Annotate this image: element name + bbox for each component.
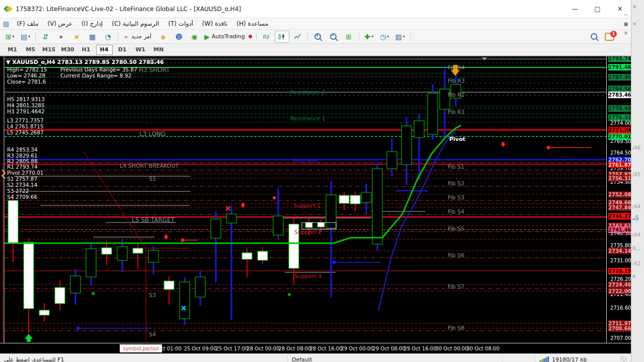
toolbar-separator xyxy=(307,32,308,41)
chart-area[interactable]: ▼ XAUUSD_o,H4 2783.13 2789.85 2780.50 27… xyxy=(0,56,631,353)
new-order-button[interactable]: ＋أمر جديد xyxy=(121,31,155,43)
toolbar-group: ⊞▾▤▾ xyxy=(2,31,33,43)
timeframe-W1[interactable]: W1 xyxy=(132,45,149,55)
menu-charts[interactable]: الرسوم البيانية (C) xyxy=(107,20,164,27)
chart-label: Fib S4 xyxy=(448,209,464,214)
candle xyxy=(86,249,96,277)
title-bar: 1758372: LiteFinanceVC-Live-02 - LiteFin… xyxy=(0,0,631,18)
child-close-button[interactable]: × xyxy=(621,28,630,37)
maximize-button[interactable]: □ xyxy=(586,1,609,18)
price-badge: 2752.08 xyxy=(608,191,631,198)
chart-header-text: XAUUSD_o,H4 2783.13 2789.85 2780.50 2783… xyxy=(12,59,164,65)
candle xyxy=(148,250,158,262)
timeframe-M15[interactable]: M15 xyxy=(40,45,57,55)
zoom-out-button[interactable]: − xyxy=(326,31,341,43)
terminal-button[interactable]: ▦ xyxy=(85,31,100,43)
status-connection[interactable]: 19180/17 kb xyxy=(535,354,631,362)
resize-grip[interactable] xyxy=(620,356,627,362)
navigator-button[interactable]: ★ xyxy=(69,31,84,43)
price-badge: 2741.46 xyxy=(608,227,631,233)
child-restore-button[interactable]: ▣ xyxy=(621,19,630,28)
symbol-dropdown-caret[interactable]: ▼ xyxy=(6,59,10,65)
chart-label: B1 xyxy=(150,59,156,64)
timeframe-M5[interactable]: M5 xyxy=(22,45,39,55)
menu-tools[interactable]: أدوات (T) xyxy=(164,20,198,27)
chart-info-line: Close= 2781.6 xyxy=(7,79,46,85)
notifications-button[interactable]: 1 xyxy=(602,31,617,43)
menu-window[interactable]: نافذة (W) xyxy=(198,20,232,27)
price-badge: 2770.01 xyxy=(608,133,631,140)
chart-label: L5 SB TARGET xyxy=(132,217,175,223)
price-badge: 2728.15 xyxy=(608,268,631,274)
background-window-text: ✕ xyxy=(632,21,636,27)
menu-file[interactable]: ملف (F) xyxy=(12,20,43,27)
timeframe-bar: M1M5M15M30H1H4D1W1MN xyxy=(0,44,631,56)
toolbar-group xyxy=(259,31,305,43)
search-icon xyxy=(591,33,597,40)
chart-info-line: H5 2817.9313 xyxy=(7,96,45,102)
menu-view[interactable]: عرض (V) xyxy=(43,20,77,27)
timeframe-H4[interactable]: H4 xyxy=(96,45,113,55)
timeframe-MN[interactable]: MN xyxy=(150,45,167,55)
timeframe-M30[interactable]: M30 xyxy=(59,45,76,55)
menu-bar: ▤ ملف (F)عرض (V)إدارج (I)الرسوم البيانية… xyxy=(0,18,631,30)
templates-button-icon: ▨ xyxy=(395,33,402,40)
menu-help[interactable]: مساعدة (H) xyxy=(232,20,273,27)
chart-label: Support 1 xyxy=(293,203,320,208)
candle xyxy=(387,152,397,169)
time-label: 29 Oct 08:00 xyxy=(372,346,405,351)
chart-label: Fib R1 xyxy=(448,109,465,115)
price-badge: 2709.66 xyxy=(608,325,631,332)
candle xyxy=(339,195,349,203)
timeframe-M1[interactable]: M1 xyxy=(4,45,21,55)
chart-label: S1 xyxy=(149,176,156,182)
zoom-in-button[interactable]: + xyxy=(310,31,325,43)
data-window-button[interactable]: ⌖ xyxy=(54,31,68,43)
market-watch-button[interactable]: ⇵ xyxy=(38,31,53,43)
expert-advisors-button[interactable]: ☻ xyxy=(172,31,186,43)
chart-canvas[interactable] xyxy=(0,56,631,343)
profiles-button[interactable]: ▤▾ xyxy=(18,31,33,43)
price-badge: 2787.95 xyxy=(608,74,631,81)
candle xyxy=(117,247,127,260)
status-help-text: للمساعدة, إضغط على F1 xyxy=(0,354,288,362)
candlestick-chart-button[interactable] xyxy=(275,31,289,43)
candle xyxy=(70,276,80,293)
time-axis[interactable]: symbol,period Oct 01:0025 Oct 09:0025 Oc… xyxy=(0,343,631,353)
bar-chart-button[interactable] xyxy=(259,31,274,43)
price-axis[interactable]: 2774.002769.502764.502759.702754.902740.… xyxy=(606,56,631,343)
tile-windows-button[interactable]: ⊞ xyxy=(342,31,356,43)
chart-label: Support 2 xyxy=(294,230,321,235)
periods-button[interactable]: ◷▾ xyxy=(377,31,392,43)
autotrading-button[interactable]: ▶AutoTrading xyxy=(203,31,254,43)
templates-button[interactable]: ▨▾ xyxy=(393,31,408,43)
chart-label: S3 xyxy=(149,293,156,298)
new-chart-button[interactable]: ⊞▾ xyxy=(3,31,17,43)
chart-label: Fib R2 xyxy=(448,92,465,98)
depth-of-market-button[interactable]: ◈ xyxy=(156,31,171,43)
candle xyxy=(372,169,382,244)
chart-info-line: H3 2791.4642 xyxy=(7,108,45,114)
time-label: Oct 01:00 xyxy=(156,346,181,351)
child-minimize-button[interactable]: − xyxy=(621,10,630,19)
line-chart-button[interactable] xyxy=(290,31,305,43)
price-badge: 2746.27 xyxy=(608,213,631,220)
data-window-button-icon: ⌖ xyxy=(59,33,63,40)
timeframe-D1[interactable]: D1 xyxy=(114,45,131,55)
profiles-button-icon: ▤ xyxy=(21,33,27,40)
minimize-button[interactable]: — xyxy=(564,1,586,18)
candle xyxy=(361,192,371,202)
strategy-tester-button[interactable]: ◔ xyxy=(101,31,115,43)
toolbar-group: +−⊞ xyxy=(310,31,357,43)
time-label: 25 Oct 09:00 xyxy=(184,346,216,351)
menu-insert[interactable]: إدارج (I) xyxy=(77,20,107,27)
status-profile[interactable]: Default xyxy=(288,354,503,362)
time-label: 30 Oct 00:00 xyxy=(435,346,468,351)
background-window-text: /45 xyxy=(632,172,640,177)
magnifier-icon: + xyxy=(314,33,321,40)
signals-button[interactable]: ◉ xyxy=(187,31,202,43)
tile-windows-button-icon: ⊞ xyxy=(346,33,352,40)
search-button[interactable] xyxy=(587,31,601,43)
indicators-button[interactable]: ✚▾ xyxy=(362,31,376,43)
timeframe-H1[interactable]: H1 xyxy=(78,45,95,55)
